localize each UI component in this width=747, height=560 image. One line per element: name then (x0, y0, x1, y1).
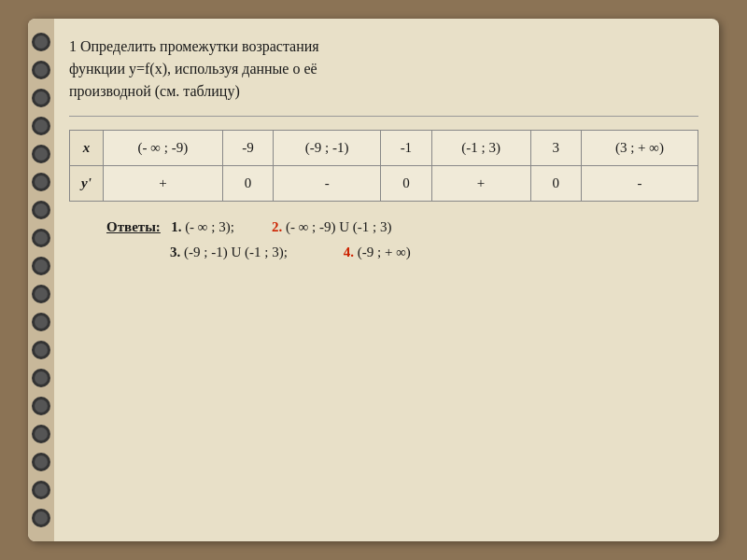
main-content: 1 Определить промежутки возрастания функ… (54, 19, 719, 541)
interval-minus1-to-3: (-1 ; 3) (431, 131, 530, 166)
sign-zero-2: 0 (381, 166, 431, 202)
spiral-ring (32, 117, 50, 135)
y-prime-label: y' (70, 166, 104, 202)
problem-title: 1 Определить промежутки возрастания функ… (69, 35, 698, 103)
answer4-block: 4. (-9 ; + ∞) (325, 240, 411, 265)
spiral-ring (32, 313, 50, 331)
spiral-ring (32, 285, 50, 303)
answer3-block: 3. (-9 ; -1) U (-1 ; 3); (170, 240, 288, 265)
spiral-ring (32, 481, 50, 499)
answer1-num: 1. (171, 219, 181, 234)
spiral-ring (32, 425, 50, 443)
title-line3: производной (см. таблицу) (69, 83, 240, 99)
point-minus9: -9 (222, 131, 273, 166)
sign-zero-3: 0 (530, 166, 581, 202)
interval-neg-inf-to-minus9: (- ∞ ; -9) (104, 131, 223, 166)
answer2-num: 2. (272, 219, 282, 234)
sign-plus-1: + (104, 166, 223, 202)
answer4-text: (-9 ; + ∞) (358, 245, 411, 259)
answers-section: Ответы: 1. (- ∞ ; 3); 2. (- ∞ ; -9) U (-… (69, 215, 698, 265)
spiral-ring (32, 61, 50, 79)
spiral-ring (32, 257, 50, 275)
spiral-ring (32, 369, 50, 387)
table-header-row: x (- ∞ ; -9) -9 (-9 ; -1) -1 (-1 ; 3) 3 … (70, 131, 698, 166)
sign-minus-1: - (274, 166, 381, 202)
x-label: x (70, 131, 104, 166)
spiral-ring (32, 89, 50, 107)
sign-minus-2: - (581, 166, 698, 202)
answer2-text: (- ∞ ; -9) U (-1 ; 3) (286, 219, 392, 234)
spiral-ring (32, 33, 50, 51)
title-line2: функции y=f(x), используя данные о её (69, 61, 317, 77)
spiral-ring (32, 453, 50, 471)
answer4-num: 4. (344, 245, 354, 259)
title-divider (69, 116, 698, 117)
spiral-ring (32, 173, 50, 191)
answer3-num: 3. (170, 245, 180, 259)
interval-minus9-to-minus1: (-9 ; -1) (274, 131, 381, 166)
answer1-text: (- ∞ ; 3); (185, 219, 234, 234)
answer2-block: 2. (- ∞ ; -9) U (-1 ; 3) (272, 215, 392, 240)
spiral-ring (32, 201, 50, 219)
point-minus1: -1 (381, 131, 431, 166)
point-3: 3 (530, 131, 581, 166)
table-data-row: y' + 0 - 0 + 0 - (70, 166, 698, 202)
answer3-text: (-9 ; -1) U (-1 ; 3); (184, 245, 288, 259)
spiral-ring (32, 229, 50, 247)
spiral-binding (28, 19, 54, 541)
spiral-ring (32, 145, 50, 163)
spiral-ring (32, 341, 50, 359)
derivative-table: x (- ∞ ; -9) -9 (-9 ; -1) -1 (-1 ; 3) 3 … (69, 130, 698, 202)
answer-row-1: Ответы: 1. (- ∞ ; 3); 2. (- ∞ ; -9) U (-… (106, 215, 698, 240)
answer-row-2: 3. (-9 ; -1) U (-1 ; 3); 4. (-9 ; + ∞) (106, 240, 698, 265)
notebook: 1 Определить промежутки возрастания функ… (28, 19, 719, 541)
spiral-ring (32, 509, 50, 527)
sign-zero-1: 0 (222, 166, 273, 202)
sign-plus-2: + (431, 166, 530, 202)
answers-prefix: Ответы: 1. (- ∞ ; 3); (106, 215, 234, 240)
answer-label: Ответы: (106, 219, 161, 234)
spiral-ring (32, 397, 50, 415)
title-line1: 1 Определить промежутки возрастания (69, 38, 319, 54)
interval-3-to-plus-inf: (3 ; + ∞) (581, 131, 698, 166)
